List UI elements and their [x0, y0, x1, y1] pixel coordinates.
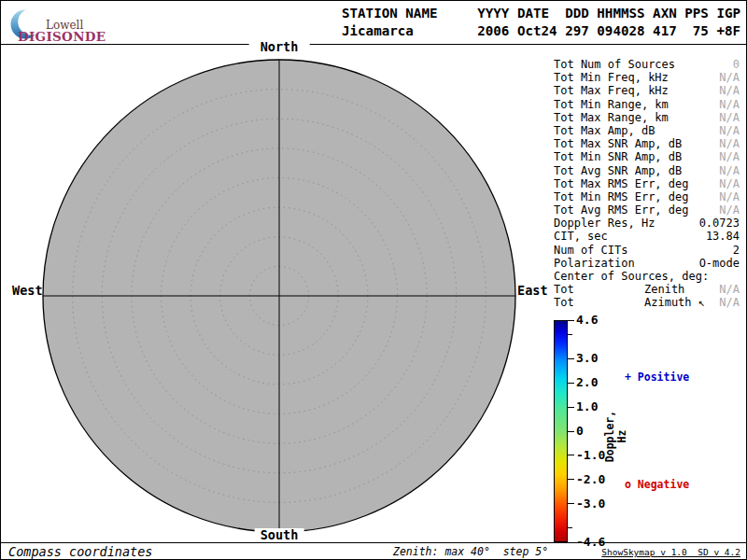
stat-row: Tot Max Freq, kHzN/A	[554, 84, 740, 97]
stat-label: Tot Avg RMS Err, deg	[554, 203, 689, 217]
colorbar-tick	[568, 383, 574, 384]
colorbar-tick	[568, 358, 574, 359]
stat-row: Tot Max RMS Err, degN/A	[554, 177, 740, 190]
stat-value: N/A	[719, 137, 740, 150]
showskymap-window: Lowell DIGISONDE STATION NAME YYYY DATE …	[0, 0, 747, 560]
stat-label: CIT, sec	[554, 230, 608, 243]
stat-label: Tot Max Range, km	[554, 111, 669, 124]
legend-positive: + Positive	[625, 371, 689, 384]
stat-label: Tot Avg SNR Amp, dB	[554, 164, 682, 177]
stats-panel: Tot Num of Sources0Tot Min Freq, kHzN/AT…	[554, 58, 740, 310]
stat-value: N/A	[719, 203, 740, 217]
stat-label: Tot Max SNR Amp, dB	[554, 137, 682, 150]
stat-row: Tot Avg SNR Amp, dBN/A	[554, 164, 740, 177]
colorbar-tick	[568, 320, 574, 321]
stat-label: Tot Min RMS Err, deg	[554, 190, 689, 203]
colorbar-tick-label: 3.0	[576, 352, 598, 365]
doppler-colorbar	[554, 320, 568, 542]
stat-row: Tot Num of Sources0	[554, 58, 740, 71]
compass-label-east: East	[517, 283, 548, 298]
colorbar-tick-label: 2.0	[576, 376, 598, 389]
stat-label: Tot Num of Sources	[554, 58, 675, 71]
stat-row: TotAzimuth ↖N/A	[554, 296, 740, 309]
stat-mid-label: Azimuth ↖	[644, 296, 705, 309]
colorbar-tick-label: 0	[576, 425, 584, 438]
compass-label-north: North	[249, 40, 310, 54]
stat-row: TotZenithN/A	[554, 283, 740, 296]
coordinate-system-note: Compass coordinates	[8, 544, 152, 559]
stat-row: Tot Max Range, kmN/A	[554, 111, 740, 124]
stat-row: Num of CITs2	[554, 244, 740, 257]
stat-value: 0	[733, 58, 740, 71]
stat-value: N/A	[719, 164, 740, 177]
stat-value: N/A	[719, 111, 740, 124]
compass-label-south: South	[255, 528, 304, 541]
stat-label: Tot	[554, 283, 574, 296]
version-info: ShowSkymap v 1.0 SD v 4.2	[601, 547, 740, 557]
stat-label: Tot Min Range, km	[554, 98, 669, 111]
zenith-range-note: Zenith: max 40° step 5°	[393, 545, 548, 558]
stat-value: 13.84	[706, 230, 740, 243]
stat-value: N/A	[719, 71, 740, 84]
colorbar-tick	[568, 479, 574, 480]
colorbar-tick	[568, 542, 574, 543]
stat-label: Tot Max RMS Err, deg	[554, 177, 689, 190]
stat-row: Tot Max SNR Amp, dBN/A	[554, 137, 740, 150]
stat-row: Tot Min RMS Err, degN/A	[554, 190, 740, 203]
colorbar-tick	[568, 455, 574, 455]
colorbar-tick	[568, 431, 574, 432]
colorbar-tick-label: -2.0	[576, 473, 605, 486]
stat-row: Doppler Res, Hz0.0723	[554, 217, 740, 230]
colorbar-tick	[568, 527, 572, 528]
colorbar-tick	[568, 503, 574, 504]
stat-value: N/A	[719, 98, 740, 111]
header-divider	[1, 44, 747, 45]
footer-divider	[1, 542, 747, 543]
stat-value: N/A	[719, 296, 740, 309]
colorbar-tick-label: 4.6	[576, 314, 598, 327]
colorbar-tick-label: -3.0	[576, 497, 605, 511]
stat-value: N/A	[719, 190, 740, 203]
stat-label: Polarization	[554, 257, 635, 270]
stat-label: Tot Min SNR Amp, dB	[554, 150, 682, 163]
colorbar-tick	[568, 407, 574, 408]
stat-label: Tot Max Amp, dB	[554, 124, 655, 137]
stat-row: PolarizationO-mode	[554, 257, 740, 270]
stat-row: Tot Min Range, kmN/A	[554, 98, 740, 111]
stat-row: Tot Max Amp, dBN/A	[554, 124, 740, 137]
colorbar-tick	[568, 334, 572, 335]
colorbar-tick-label: 1.0	[576, 400, 598, 413]
stat-value: O-mode	[699, 257, 740, 270]
stat-value: 2	[733, 244, 740, 257]
compass-label-west: West	[12, 283, 43, 298]
colorbar-title: Doppler, Hz	[604, 405, 616, 469]
stat-value: N/A	[719, 150, 740, 163]
stat-row: Tot Min Freq, kHzN/A	[554, 71, 740, 84]
stat-row: Tot Min SNR Amp, dBN/A	[554, 150, 740, 163]
stat-label: Num of CITs	[554, 244, 627, 257]
stat-value: N/A	[719, 177, 740, 190]
stat-value: 0.0723	[699, 217, 740, 230]
stat-value: N/A	[719, 283, 740, 296]
stat-label: Doppler Res, Hz	[554, 217, 655, 230]
legend-negative: o Negative	[625, 478, 689, 491]
stat-row: Center of Sources, deg:	[554, 270, 740, 283]
stat-row: Tot Avg RMS Err, degN/A	[554, 203, 740, 217]
colorbar-tick-label: -1.0	[576, 449, 605, 462]
stat-value: N/A	[719, 124, 740, 137]
stat-row: CIT, sec13.84	[554, 230, 740, 243]
stat-label: Tot Max Freq, kHz	[554, 84, 669, 97]
stat-mid-label: Zenith	[644, 283, 684, 296]
stat-value: N/A	[719, 84, 740, 97]
stat-label: Tot	[554, 296, 574, 309]
stat-label: Center of Sources, deg:	[554, 270, 709, 283]
stat-label: Tot Min Freq, kHz	[554, 71, 669, 84]
